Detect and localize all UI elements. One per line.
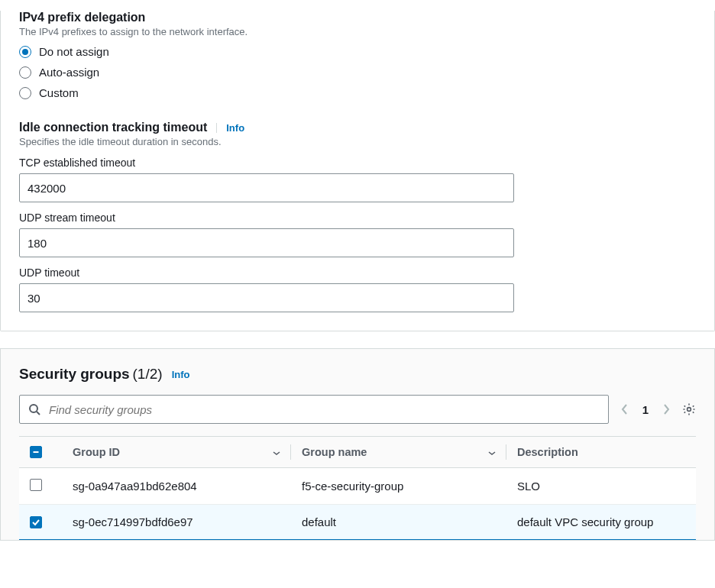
idle-tracking-info-link[interactable]: Info: [216, 123, 244, 133]
cell-group-name: default: [291, 505, 506, 540]
sort-icon: [273, 446, 280, 455]
column-header-description[interactable]: Description: [506, 437, 696, 468]
pager-prev-button[interactable]: [618, 402, 632, 416]
security-groups-info-link[interactable]: Info: [172, 370, 190, 380]
security-groups-search[interactable]: [19, 395, 609, 424]
row-checkbox[interactable]: [30, 516, 42, 528]
radio-icon: [19, 87, 31, 99]
column-header-group-name[interactable]: Group name: [291, 437, 506, 468]
row-checkbox[interactable]: [30, 479, 42, 491]
radio-label: Do not assign: [39, 45, 109, 58]
cell-group-id: sg-0a947aa91bd62e804: [62, 468, 291, 505]
column-label: Group name: [302, 446, 367, 458]
cell-description: SLO: [506, 468, 696, 505]
cell-group-name: f5-ce-security-group: [291, 468, 506, 505]
svg-line-1: [37, 412, 40, 415]
security-groups-pager: 1: [618, 402, 673, 416]
ipv4-prefix-radio-group: Do not assign Auto-assign Custom: [19, 45, 696, 99]
idle-tracking-desc: Specifies the idle timeout duration in s…: [19, 136, 696, 147]
column-label: Description: [517, 446, 578, 458]
table-row[interactable]: sg-0a947aa91bd62e804 f5-ce-security-grou…: [19, 468, 696, 505]
svg-point-0: [30, 405, 37, 412]
udp-stream-timeout-label: UDP stream timeout: [19, 212, 696, 224]
table-row[interactable]: sg-0ec714997bdfd6e97 default default VPC…: [19, 505, 696, 540]
ipv4-radio-auto-assign[interactable]: Auto-assign: [19, 66, 696, 79]
cell-group-id: sg-0ec714997bdfd6e97: [62, 505, 291, 540]
udp-timeout-label: UDP timeout: [19, 267, 696, 279]
radio-label: Custom: [39, 86, 79, 99]
radio-label: Auto-assign: [39, 66, 99, 79]
ipv4-radio-custom[interactable]: Custom: [19, 86, 696, 99]
security-groups-heading: Security groups (1/2): [19, 366, 163, 383]
tcp-timeout-input[interactable]: [19, 173, 514, 202]
radio-icon: [19, 66, 31, 79]
tcp-timeout-label: TCP established timeout: [19, 157, 696, 169]
security-groups-search-input[interactable]: [47, 402, 600, 417]
security-groups-title: Security groups: [19, 366, 130, 382]
security-groups-table: Group ID Group name: [19, 436, 696, 540]
udp-stream-timeout-input[interactable]: [19, 228, 514, 257]
svg-rect-3: [34, 451, 39, 453]
svg-point-2: [688, 408, 691, 412]
search-icon: [28, 402, 41, 416]
column-header-group-id[interactable]: Group ID: [62, 437, 291, 468]
pager-next-button[interactable]: [659, 402, 673, 416]
ipv4-prefix-title: IPv4 prefix delegation: [19, 11, 696, 24]
radio-icon: [19, 46, 31, 58]
ipv4-radio-do-not-assign[interactable]: Do not assign: [19, 45, 696, 58]
security-groups-panel: Security groups (1/2) Info 1: [0, 348, 715, 541]
cell-description: default VPC security group: [506, 505, 696, 540]
column-label: Group ID: [73, 446, 120, 458]
udp-timeout-input[interactable]: [19, 283, 514, 312]
network-interface-settings-panel: IPv4 prefix delegation The IPv4 prefixes…: [0, 11, 715, 331]
idle-tracking-title: Idle connection tracking timeout: [19, 121, 207, 134]
sort-icon: [488, 446, 496, 455]
select-all-checkbox[interactable]: [30, 446, 42, 458]
ipv4-prefix-desc: The IPv4 prefixes to assign to the netwo…: [19, 26, 696, 37]
table-settings-button[interactable]: [682, 402, 696, 416]
pager-page-number: 1: [642, 403, 649, 416]
security-groups-count: (1/2): [133, 366, 163, 382]
